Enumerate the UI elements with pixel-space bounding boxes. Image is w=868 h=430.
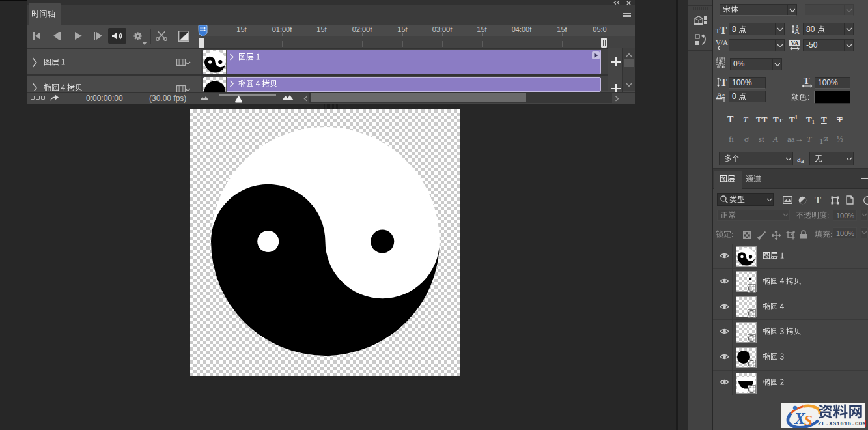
svg-text:T: T — [720, 77, 727, 88]
svg-text:S: S — [804, 412, 813, 428]
svg-text:a: a — [722, 91, 725, 98]
svg-text:A: A — [794, 27, 800, 35]
svg-text:T: T — [804, 77, 810, 86]
